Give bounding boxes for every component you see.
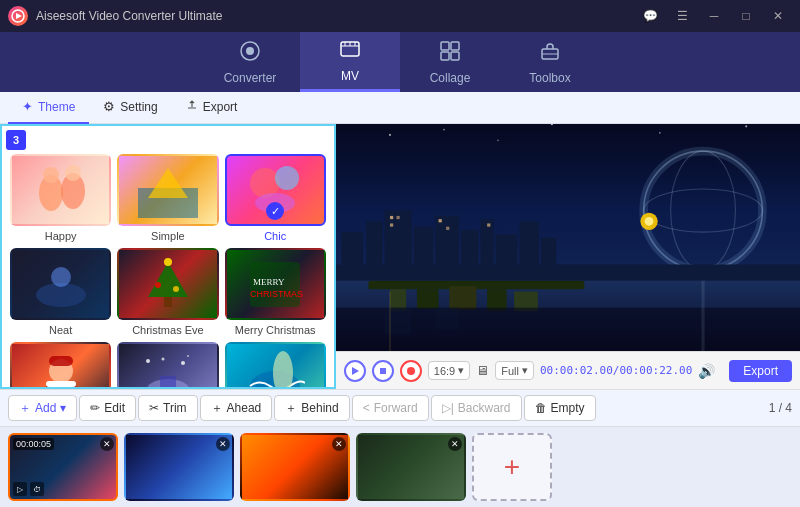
aspect-ratio-select[interactable]: 16:9 ▾	[428, 361, 470, 380]
tab-setting-label: Setting	[120, 100, 157, 114]
film-close-2[interactable]: ✕	[216, 437, 230, 451]
svg-rect-69	[519, 221, 538, 264]
theme-stripes-waves[interactable]: Stripes & Waves	[225, 342, 326, 389]
add-button[interactable]: ＋ Add ▾	[8, 395, 77, 421]
trim-button[interactable]: ✂ Trim	[138, 395, 198, 421]
svg-rect-37	[46, 381, 76, 387]
close-button[interactable]: ✕	[764, 6, 792, 26]
theme-chic-thumb: ✓	[225, 154, 326, 226]
aspect-chevron-icon: ▾	[458, 364, 464, 377]
svg-text:MERRY: MERRY	[253, 277, 285, 287]
svg-rect-74	[438, 219, 441, 222]
edit-icon: ✏	[90, 401, 100, 415]
theme-stripes-waves-thumb	[225, 342, 326, 389]
theme-chic-label: Chic	[264, 230, 286, 242]
film-add-button[interactable]: +	[472, 433, 552, 501]
svg-rect-70	[541, 238, 556, 265]
svg-point-47	[389, 134, 391, 136]
ahead-button[interactable]: ＋ Ahead	[200, 395, 273, 421]
forward-label: Forward	[374, 401, 418, 415]
svg-rect-68	[496, 234, 518, 264]
svg-point-16	[43, 167, 59, 183]
theme-panel: 3 Happy	[0, 124, 336, 389]
theme-neat-thumb	[10, 248, 111, 320]
film-item-3[interactable]: ✕	[240, 433, 350, 501]
nav-toolbox[interactable]: Toolbox	[500, 32, 600, 92]
record-dot	[407, 367, 415, 375]
svg-rect-62	[366, 221, 382, 264]
nav-collage[interactable]: Collage	[400, 32, 500, 92]
tab-theme[interactable]: ✦ Theme	[8, 92, 89, 124]
tab-export-label: Export	[203, 100, 238, 114]
film-close-1[interactable]: ✕	[100, 437, 114, 451]
film-close-4[interactable]: ✕	[448, 437, 462, 451]
export-button[interactable]: Export	[729, 360, 792, 382]
tab-export[interactable]: Export	[172, 92, 252, 124]
svg-rect-71	[390, 216, 393, 219]
svg-rect-67	[480, 219, 493, 264]
theme-grid: Happy Simple	[2, 126, 334, 389]
svg-rect-12	[451, 52, 459, 60]
svg-rect-72	[396, 216, 399, 219]
theme-count-badge: 3	[6, 130, 26, 150]
theme-snowy-night-img	[119, 344, 216, 389]
app-logo	[8, 6, 28, 26]
view-mode-select[interactable]: Full ▾	[495, 361, 534, 380]
theme-snowy-night-thumb	[117, 342, 218, 389]
theme-chic[interactable]: ✓ Chic	[225, 154, 326, 242]
menu-icon-btn[interactable]: ☰	[668, 6, 696, 26]
empty-button[interactable]: 🗑 Empty	[524, 395, 596, 421]
nav-converter[interactable]: Converter	[200, 32, 300, 92]
record-button[interactable]	[400, 360, 422, 382]
nav-mv[interactable]: MV	[300, 32, 400, 92]
setting-tab-icon: ⚙	[103, 99, 115, 114]
theme-stripes-waves-img	[227, 344, 324, 389]
film-close-3[interactable]: ✕	[332, 437, 346, 451]
film-duration-1: 00:00:05	[13, 438, 54, 450]
play-button[interactable]	[344, 360, 366, 382]
maximize-button[interactable]: □	[732, 6, 760, 26]
tab-setting[interactable]: ⚙ Setting	[89, 92, 171, 124]
film-item-2[interactable]: ✕	[124, 433, 234, 501]
svg-point-22	[275, 166, 299, 190]
theme-santa-claus[interactable]: Santa Claus	[10, 342, 111, 389]
svg-point-48	[443, 129, 445, 131]
volume-icon[interactable]: 🔊	[698, 363, 715, 379]
svg-rect-76	[487, 223, 490, 226]
theme-merry-christmas[interactable]: MERRY CHRISTMAS Merry Christmas	[225, 248, 326, 336]
export-tab-icon	[186, 99, 198, 114]
film-item-4[interactable]: ✕	[356, 433, 466, 501]
film-icons-1: ▷ ⏱	[13, 482, 113, 496]
toolbar: ＋ Add ▾ ✏ Edit ✂ Trim ＋ Ahead ＋ Behind <…	[0, 389, 800, 427]
stop-button[interactable]	[372, 360, 394, 382]
chat-icon-btn[interactable]: 💬	[636, 6, 664, 26]
theme-simple-thumb	[117, 154, 218, 226]
title-bar-left: Aiseesoft Video Converter Ultimate	[8, 6, 223, 26]
theme-happy-thumb	[10, 154, 111, 226]
title-bar: Aiseesoft Video Converter Ultimate 💬 ☰ ─…	[0, 0, 800, 32]
svg-rect-27	[164, 297, 172, 307]
theme-santa-claus-img	[12, 344, 109, 389]
time-total: 00:00:22.00	[619, 364, 692, 377]
svg-rect-80	[417, 289, 439, 308]
svg-point-3	[246, 47, 254, 55]
svg-text:CHRISTMAS: CHRISTMAS	[250, 289, 303, 299]
svg-rect-43	[160, 376, 176, 390]
edit-button[interactable]: ✏ Edit	[79, 395, 136, 421]
svg-rect-75	[446, 227, 449, 230]
theme-christmas-eve[interactable]: Christmas Eve	[117, 248, 218, 336]
theme-snowy-night[interactable]: Snowy Night	[117, 342, 218, 389]
theme-neat[interactable]: Neat	[10, 248, 111, 336]
player-controls: 16:9 ▾ 🖥 Full ▾ 00:00:02.00/00:00:22.00 …	[336, 351, 800, 389]
theme-happy[interactable]: Happy	[10, 154, 111, 242]
theme-simple[interactable]: Simple	[117, 154, 218, 242]
theme-christmas-eve-thumb	[117, 248, 218, 320]
theme-chic-check: ✓	[266, 202, 284, 220]
behind-button[interactable]: ＋ Behind	[274, 395, 349, 421]
svg-rect-65	[435, 216, 459, 265]
film-item-1[interactable]: 00:00:05 ✕ ▷ ⏱	[8, 433, 118, 501]
trim-icon: ✂	[149, 401, 159, 415]
backward-button[interactable]: ▷| Backward	[431, 395, 522, 421]
forward-button[interactable]: < Forward	[352, 395, 429, 421]
minimize-button[interactable]: ─	[700, 6, 728, 26]
